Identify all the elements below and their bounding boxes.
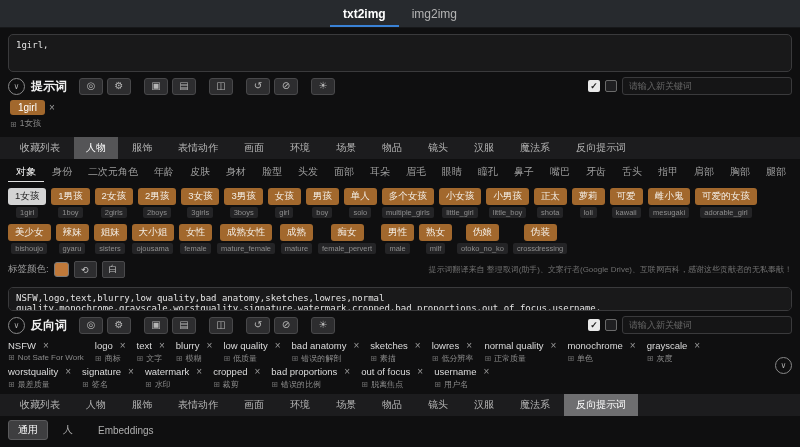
theme-button[interactable]: ☀ — [311, 78, 335, 95]
tag-color-swatch[interactable] — [54, 262, 69, 277]
collapse-section-icon[interactable]: ∨ — [8, 317, 25, 334]
negative-prompt-chip[interactable]: low quality × ⊞ 低质量 — [223, 340, 280, 364]
expand-chips-icon[interactable]: ∨ — [775, 357, 792, 374]
category-tab[interactable]: 物品 — [370, 137, 414, 159]
remove-chip-icon[interactable]: × — [415, 340, 421, 351]
white-color-button[interactable]: 白 — [102, 261, 125, 278]
negative-prompt-chip[interactable]: bad proportions × ⊞ 错误的比例 — [271, 366, 350, 390]
tag-item[interactable]: 女孩 girl — [268, 188, 301, 218]
top-tab[interactable]: img2img — [399, 2, 470, 27]
prompt-chip[interactable]: 1girl — [10, 100, 45, 115]
negative-prompt-chip[interactable]: logo × ⊞ 商标 — [95, 340, 126, 364]
subcategory-tab[interactable]: 瞳孔 — [470, 163, 506, 182]
tag-item[interactable]: 可爱 kawaii — [610, 188, 643, 218]
subcategory-tab[interactable]: 胸部 — [722, 163, 758, 182]
category-tab[interactable]: 反向提示词 — [564, 394, 638, 416]
tag-item[interactable]: 1男孩 1boy — [51, 188, 89, 218]
translate-enabled-checkbox[interactable]: ✓ — [588, 80, 600, 92]
style-library-button[interactable]: ▤ — [172, 317, 196, 334]
remove-chip-icon[interactable]: × — [630, 340, 636, 351]
tag-item[interactable]: 男性 male — [381, 224, 414, 254]
tag-item[interactable]: 单人 solo — [344, 188, 377, 218]
tag-item[interactable]: 3男孩 3boys — [224, 188, 262, 218]
negative-prompt-textarea[interactable]: NSFW,logo,text,blurry,low quality,bad an… — [8, 287, 792, 311]
category-tab[interactable]: 环境 — [278, 137, 322, 159]
remove-chip-icon[interactable]: × — [196, 366, 202, 377]
collapse-section-icon[interactable]: ∨ — [8, 78, 25, 95]
save-style-button[interactable]: ▣ — [144, 317, 168, 334]
history-button[interactable]: ↺ — [246, 78, 270, 95]
subcategory-tab[interactable]: 指甲 — [650, 163, 686, 182]
positive-prompt-textarea[interactable]: 1girl, — [8, 34, 792, 72]
negative-prompt-chip[interactable]: monochrome × ⊞ 单色 — [567, 340, 635, 364]
category-tab[interactable]: 表情动作 — [166, 137, 230, 159]
subcategory-tab[interactable]: 舌头 — [614, 163, 650, 182]
category-tab[interactable]: 场景 — [324, 394, 368, 416]
category-tab[interactable]: 画面 — [232, 137, 276, 159]
negative-prompt-chip[interactable]: lowres × ⊞ 低分辨率 — [432, 340, 474, 364]
new-keyword-input[interactable] — [622, 77, 792, 95]
category-tab[interactable]: 画面 — [232, 394, 276, 416]
secondary-checkbox[interactable] — [605, 80, 617, 92]
tag-item[interactable]: 辣妹 gyaru — [56, 224, 89, 254]
tag-item[interactable]: 2男孩 2boys — [138, 188, 176, 218]
category-tab[interactable]: 物品 — [370, 394, 414, 416]
category-tab[interactable]: 魔法系 — [508, 137, 562, 159]
negative-prompt-chip[interactable]: watermark × ⊞ 水印 — [145, 366, 202, 390]
remove-chip-icon[interactable]: × — [275, 340, 281, 351]
top-tab[interactable]: txt2img — [330, 2, 399, 27]
gallery-button[interactable]: ◫ — [209, 78, 233, 95]
subcategory-tab[interactable]: 身份 — [44, 163, 80, 182]
remove-chip-icon[interactable]: × — [254, 366, 260, 377]
remove-chip-icon[interactable]: × — [551, 340, 557, 351]
subcategory-tab[interactable]: 眼睛 — [434, 163, 470, 182]
tag-item[interactable]: 2女孩 2girls — [95, 188, 133, 218]
negative-prompt-chip[interactable]: out of focus × ⊞ 脱离焦点 — [361, 366, 423, 390]
tag-item[interactable]: 伪娘 otoko_no_ko — [457, 224, 508, 254]
negative-prompt-chip[interactable]: sketches × ⊞ 素描 — [370, 340, 420, 364]
subcategory-tab[interactable]: 通用 — [8, 420, 48, 440]
subcategory-tab[interactable]: 臀部 — [794, 163, 800, 182]
subcategory-tab[interactable]: 人 — [53, 420, 83, 440]
negative-prompt-chip[interactable]: text × ⊞ 文字 — [137, 340, 165, 364]
tag-item[interactable]: 雌小鬼 mesugaki — [648, 188, 691, 218]
subcategory-tab[interactable]: 牙齿 — [578, 163, 614, 182]
tag-item[interactable]: 大小姐 ojousama — [132, 224, 175, 254]
remove-chip-icon[interactable]: × — [483, 366, 489, 377]
subcategory-tab[interactable]: 鼻子 — [506, 163, 542, 182]
category-tab[interactable]: 环境 — [278, 394, 322, 416]
category-tab[interactable]: 收藏列表 — [8, 137, 72, 159]
tag-item[interactable]: 痴女 female_pervert — [318, 224, 376, 254]
negative-prompt-chip[interactable]: NSFW × ⊞ Not Safe For Work — [8, 340, 84, 364]
tag-item[interactable]: 小女孩 little_girl — [439, 188, 482, 218]
negative-prompt-chip[interactable]: normal quality × ⊞ 正常质量 — [484, 340, 556, 364]
remove-chip-icon[interactable]: × — [49, 102, 55, 113]
category-tab[interactable]: 服饰 — [120, 394, 164, 416]
gallery-button[interactable]: ◫ — [209, 317, 233, 334]
delete-button[interactable]: ⊘ — [274, 317, 298, 334]
remove-chip-icon[interactable]: × — [694, 340, 700, 351]
translate-enabled-checkbox[interactable]: ✓ — [588, 319, 600, 331]
subcategory-tab[interactable]: 嘴巴 — [542, 163, 578, 182]
subcategory-tab[interactable]: 耳朵 — [362, 163, 398, 182]
category-tab[interactable]: 汉服 — [462, 394, 506, 416]
reset-color-button[interactable]: ⟲ — [74, 261, 97, 278]
negative-prompt-chip[interactable]: bad anatomy × ⊞ 错误的解剖 — [292, 340, 360, 364]
tag-item[interactable]: 熟女 milf — [419, 224, 452, 254]
delete-button[interactable]: ⊘ — [274, 78, 298, 95]
remove-chip-icon[interactable]: × — [466, 340, 472, 351]
theme-button[interactable]: ☀ — [311, 317, 335, 334]
subcategory-tab[interactable]: 年龄 — [146, 163, 182, 182]
tag-item[interactable]: 成熟女性 mature_female — [217, 224, 275, 254]
tag-item[interactable]: 美少女 bishoujo — [8, 224, 51, 254]
category-tab[interactable]: 收藏列表 — [8, 394, 72, 416]
subcategory-tab[interactable]: Embeddings — [88, 422, 164, 439]
category-tab[interactable]: 镜头 — [416, 394, 460, 416]
negative-prompt-chip[interactable]: cropped × ⊞ 裁剪 — [213, 366, 260, 390]
tag-item[interactable]: 男孩 boy — [306, 188, 339, 218]
style-library-button[interactable]: ▤ — [172, 78, 196, 95]
category-tab[interactable]: 人物 — [74, 137, 118, 159]
settings-button[interactable]: ⚙ — [107, 317, 131, 334]
tag-item[interactable]: 正太 shota — [534, 188, 567, 218]
history-button[interactable]: ↺ — [246, 317, 270, 334]
